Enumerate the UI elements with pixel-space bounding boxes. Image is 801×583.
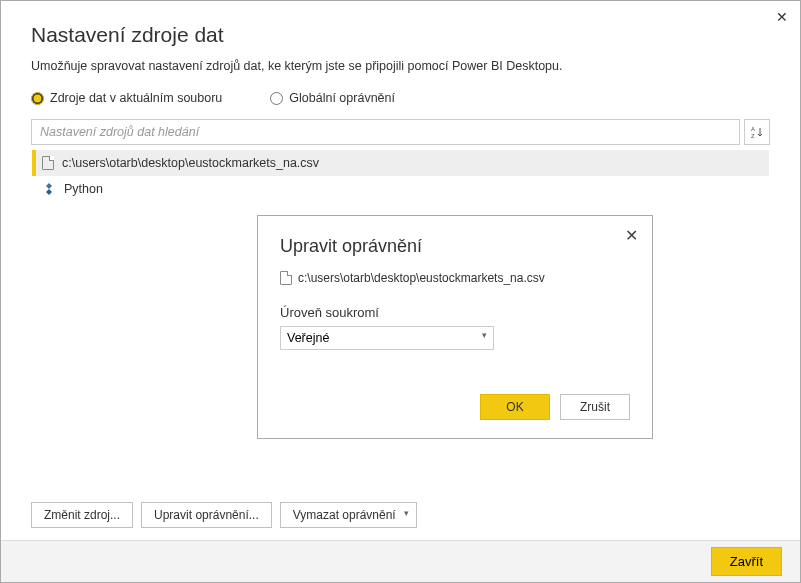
python-icon <box>42 182 56 196</box>
dialog-title: Upravit oprávnění <box>280 236 630 257</box>
privacy-level-value: Veřejné <box>287 331 329 345</box>
radio-current-file-label: Zdroje dat v aktuálním souboru <box>50 91 222 105</box>
scope-radio-group: Zdroje dat v aktuálním souboru Globální … <box>31 91 770 105</box>
privacy-level-select[interactable]: Veřejné <box>280 326 494 350</box>
page-title: Nastavení zdroje dat <box>31 23 770 47</box>
change-source-button[interactable]: Změnit zdroj... <box>31 502 133 528</box>
data-source-item[interactable]: Python <box>32 176 769 202</box>
search-row: A Z <box>31 119 770 145</box>
window-close-icon[interactable]: ✕ <box>776 9 788 25</box>
edit-permissions-dialog: ✕ Upravit oprávnění c:\users\otarb\deskt… <box>257 215 653 439</box>
ok-button[interactable]: OK <box>480 394 550 420</box>
dialog-close-icon[interactable]: ✕ <box>625 226 638 245</box>
page-subtitle: Umožňuje spravovat nastavení zdrojů dat,… <box>31 59 770 73</box>
sort-az-icon: A Z <box>750 125 764 139</box>
close-button[interactable]: Zavřít <box>711 547 782 576</box>
privacy-level-label: Úroveň soukromí <box>280 305 630 320</box>
file-icon <box>42 156 54 170</box>
search-input[interactable] <box>31 119 740 145</box>
radio-global[interactable]: Globální oprávnění <box>270 91 395 105</box>
file-icon <box>280 271 292 285</box>
dialog-path-row: c:\users\otarb\desktop\eustockmarkets_na… <box>280 271 630 285</box>
action-buttons: Změnit zdroj... Upravit oprávnění... Vym… <box>31 502 417 528</box>
dialog-path: c:\users\otarb\desktop\eustockmarkets_na… <box>298 271 545 285</box>
data-source-label: c:\users\otarb\desktop\eustockmarkets_na… <box>62 156 319 170</box>
svg-text:A: A <box>751 126 755 132</box>
svg-text:Z: Z <box>751 133 755 139</box>
edit-permissions-button[interactable]: Upravit oprávnění... <box>141 502 272 528</box>
cancel-button[interactable]: Zrušit <box>560 394 630 420</box>
main-content: Nastavení zdroje dat Umožňuje spravovat … <box>1 1 800 203</box>
dialog-buttons: OK Zrušit <box>480 394 630 420</box>
radio-global-input[interactable] <box>270 92 283 105</box>
footer: Zavřít <box>1 540 800 582</box>
clear-permissions-button[interactable]: Vymazat oprávnění <box>280 502 417 528</box>
data-source-item[interactable]: c:\users\otarb\desktop\eustockmarkets_na… <box>32 150 769 176</box>
radio-global-label: Globální oprávnění <box>289 91 395 105</box>
radio-current-file-input[interactable] <box>31 92 44 105</box>
sort-button[interactable]: A Z <box>744 119 770 145</box>
data-source-label: Python <box>64 182 103 196</box>
data-source-list: c:\users\otarb\desktop\eustockmarkets_na… <box>31 149 770 203</box>
radio-current-file[interactable]: Zdroje dat v aktuálním souboru <box>31 91 222 105</box>
